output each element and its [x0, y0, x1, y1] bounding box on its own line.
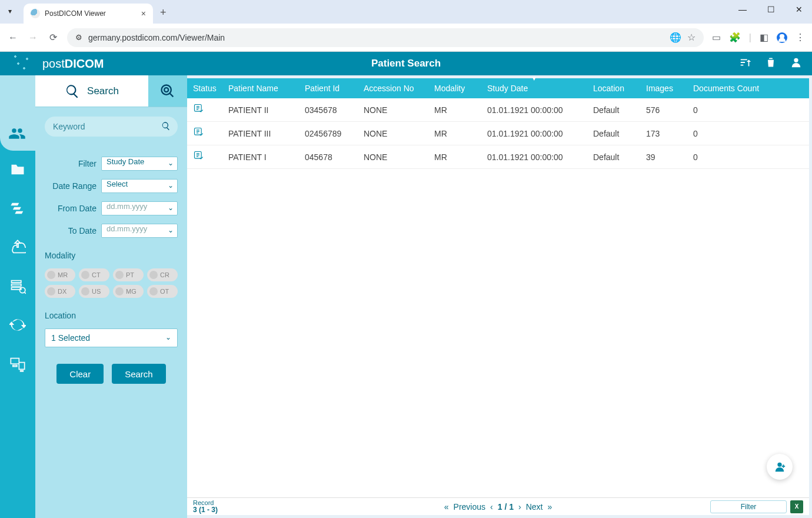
modality-pill-us[interactable]: US	[79, 285, 109, 298]
cell-date: 01.01.1921 00:00:00	[481, 122, 587, 145]
search-tab[interactable]: Search	[35, 75, 148, 107]
chevron-down-icon: ⌄	[168, 159, 174, 167]
nav-devices-icon[interactable]	[9, 356, 26, 374]
table-row[interactable]: PATIENT II0345678NONEMR01.01.1921 00:00:…	[187, 98, 809, 122]
nav-worklist-icon[interactable]	[9, 278, 26, 297]
translate-icon[interactable]: 🌐	[670, 32, 681, 43]
next-icon[interactable]: ›	[518, 502, 521, 512]
col-patient-id[interactable]: Patient Id	[299, 78, 358, 98]
fromdate-input[interactable]: dd.mm.yyyy⌄	[101, 201, 178, 215]
prev-icon[interactable]: ‹	[490, 502, 493, 512]
daterange-select[interactable]: Select⌄	[101, 179, 178, 193]
filter-button[interactable]: Filter	[710, 500, 787, 513]
filter-label: Filter	[45, 159, 96, 168]
back-button[interactable]: ←	[7, 32, 19, 43]
browser-tab[interactable]: PostDICOM Viewer ×	[24, 4, 153, 24]
nav-folder-icon[interactable]	[9, 161, 26, 180]
reload-button[interactable]: ⟳	[47, 32, 59, 43]
trash-icon[interactable]	[765, 57, 777, 71]
col-study-date[interactable]: Study Date	[481, 78, 587, 98]
ext1-icon[interactable]: ▭	[712, 32, 721, 43]
cell-id: 02456789	[299, 122, 358, 145]
next-button[interactable]: Next	[526, 502, 543, 512]
maximize-button[interactable]: ☐	[763, 5, 779, 14]
nav-sync-icon[interactable]	[9, 317, 26, 336]
first-page-button[interactable]: «	[444, 502, 449, 512]
close-tab-icon[interactable]: ×	[141, 9, 146, 18]
previous-button[interactable]: Previous	[454, 502, 485, 512]
nav-studies-icon[interactable]	[9, 200, 26, 219]
table-row[interactable]: PATIENT I045678NONEMR01.01.1921 00:00:00…	[187, 145, 809, 169]
cell-mod: MR	[428, 145, 481, 169]
clear-button[interactable]: Clear	[56, 364, 104, 384]
cell-name: PATIENT I	[222, 145, 299, 169]
col-location[interactable]: Location	[587, 78, 640, 98]
nav-patients-icon[interactable]	[8, 125, 26, 145]
cell-doc: 0	[687, 122, 809, 145]
results-panel: Status Patient Name Patient Id Accession…	[187, 78, 809, 515]
col-images[interactable]: Images	[640, 78, 687, 98]
search-sidebar: Search Filter Study Date⌄	[35, 75, 187, 518]
col-patient-name[interactable]: Patient Name	[222, 78, 299, 98]
favicon-icon	[31, 9, 40, 18]
advanced-search-tab[interactable]	[148, 75, 187, 107]
cell-name: PATIENT III	[222, 122, 299, 145]
modality-pill-dx[interactable]: DX	[45, 285, 75, 298]
chevron-down-icon: ⌄	[168, 181, 174, 190]
search-button[interactable]: Search	[112, 364, 166, 384]
url-text: germany.postdicom.com/Viewer/Main	[88, 33, 225, 42]
col-docs[interactable]: Documents Count	[687, 78, 809, 98]
minimize-button[interactable]: —	[734, 5, 751, 14]
brand-text: postDICOM	[42, 57, 104, 71]
record-count: Record 3 (1 - 3)	[193, 499, 218, 514]
cell-img: 39	[640, 145, 687, 169]
tab-title: PostDICOM Viewer	[45, 9, 137, 18]
filter-select[interactable]: Study Date⌄	[101, 157, 178, 171]
add-patient-fab[interactable]	[767, 454, 793, 480]
results-footer: Record 3 (1 - 3) « Previous ‹ 1 / 1 › Ne…	[187, 497, 809, 515]
app-header: postDICOM Patient Search	[0, 52, 812, 75]
keyword-input[interactable]	[45, 117, 178, 137]
modality-pill-pt[interactable]: PT	[113, 268, 144, 281]
modality-pill-mr[interactable]: MR	[45, 268, 75, 281]
modality-pill-mg[interactable]: MG	[113, 285, 144, 298]
col-status[interactable]: Status	[187, 78, 222, 98]
user-icon[interactable]	[790, 56, 803, 71]
new-tab-button[interactable]: +	[160, 6, 167, 19]
nav-upload-icon[interactable]	[9, 239, 26, 258]
col-modality[interactable]: Modality	[428, 78, 481, 98]
menu-button[interactable]: ⋮	[796, 32, 805, 43]
page-title: Patient Search	[371, 58, 441, 69]
modality-pill-cr[interactable]: CR	[147, 268, 178, 281]
sort-icon[interactable]	[739, 56, 752, 71]
todate-input[interactable]: dd.mm.yyyy⌄	[101, 224, 178, 238]
cell-id: 045678	[299, 145, 358, 169]
status-icon	[187, 122, 222, 145]
status-icon	[187, 98, 222, 122]
cell-loc: Default	[587, 145, 640, 169]
search-tab-label: Search	[87, 85, 119, 97]
tab-search-icon[interactable]: ▾	[8, 7, 12, 15]
bookmark-icon[interactable]: ☆	[687, 32, 695, 43]
address-bar[interactable]: ⚙ germany.postdicom.com/Viewer/Main 🌐 ☆	[67, 28, 704, 47]
modality-pill-ct[interactable]: CT	[79, 268, 109, 281]
export-excel-button[interactable]: X	[790, 500, 803, 513]
chevron-down-icon: ⌄	[168, 226, 174, 234]
profile-button[interactable]	[777, 32, 787, 43]
todate-label: To Date	[45, 226, 96, 235]
left-nav-rail	[0, 75, 35, 518]
table-row[interactable]: PATIENT III02456789NONEMR01.01.1921 00:0…	[187, 122, 809, 145]
location-select[interactable]: 1 Selected ⌄	[45, 328, 178, 347]
cell-loc: Default	[587, 122, 640, 145]
extensions-icon[interactable]: 🧩	[729, 32, 741, 43]
close-window-button[interactable]: ✕	[791, 5, 807, 14]
site-info-icon[interactable]: ⚙	[75, 33, 82, 42]
last-page-button[interactable]: »	[547, 502, 552, 512]
svg-point-0	[20, 287, 25, 293]
col-accession[interactable]: Accession No	[358, 78, 428, 98]
modality-pill-ot[interactable]: OT	[147, 285, 178, 298]
forward-button[interactable]: →	[27, 32, 39, 43]
sidepanel-icon[interactable]: ◧	[760, 32, 768, 43]
fromdate-label: From Date	[45, 204, 96, 213]
search-icon[interactable]	[161, 121, 171, 133]
